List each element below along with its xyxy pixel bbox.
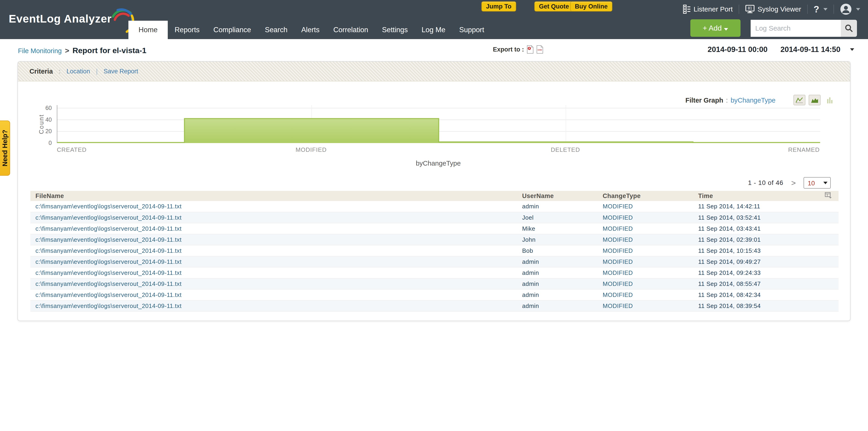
pagination-range: 1 - 10 of 46 bbox=[748, 179, 783, 187]
cell-options bbox=[820, 256, 839, 267]
breadcrumb-bar: File Monitoring > Report for el-vista-1 … bbox=[0, 39, 868, 61]
get-quote-button[interactable]: Get Quote bbox=[534, 1, 574, 11]
cell-file[interactable]: c:\fimsanyam\eventlog\logs\serverout_201… bbox=[30, 267, 517, 278]
line-chart-icon[interactable] bbox=[794, 95, 805, 105]
nav-tab-reports[interactable]: Reports bbox=[168, 21, 207, 39]
svg-text:CSV: CSV bbox=[538, 49, 542, 51]
table-row[interactable]: c:\fimsanyam\eventlog\logs\serverout_201… bbox=[30, 256, 839, 267]
logo-text: EventLog Analyzer bbox=[9, 12, 112, 25]
cell-file[interactable]: c:\fimsanyam\eventlog\logs\serverout_201… bbox=[30, 234, 517, 245]
cell-change: MODIFIED bbox=[598, 278, 693, 289]
date-range-end: 2014-09-11 14:50 bbox=[780, 45, 840, 54]
column-header-username[interactable]: UserName bbox=[517, 191, 598, 201]
breadcrumb-section-link[interactable]: File Monitoring bbox=[18, 47, 62, 55]
table-row[interactable]: c:\fimsanyam\eventlog\logs\serverout_201… bbox=[30, 300, 839, 311]
chart-y-ticks: 0204060 bbox=[41, 105, 54, 142]
criteria-title: Criteria bbox=[29, 68, 53, 75]
table-row[interactable]: c:\fimsanyam\eventlog\logs\serverout_201… bbox=[30, 278, 839, 289]
cell-file[interactable]: c:\fimsanyam\eventlog\logs\serverout_201… bbox=[30, 300, 517, 311]
listener-port-button[interactable]: Listener Port bbox=[683, 5, 733, 14]
nav-tab-alerts[interactable]: Alerts bbox=[294, 21, 326, 39]
help-menu-button[interactable]: ? bbox=[814, 4, 828, 14]
column-header-filename[interactable]: FileName bbox=[30, 191, 517, 201]
cell-user: admin bbox=[517, 267, 598, 278]
nav-tab-compliance[interactable]: Compliance bbox=[207, 21, 258, 39]
breadcrumb: File Monitoring > Report for el-vista-1 bbox=[18, 46, 146, 55]
search-button[interactable] bbox=[841, 20, 857, 37]
account-menu-button[interactable] bbox=[840, 3, 860, 15]
cell-change: MODIFIED bbox=[598, 300, 693, 311]
export-label: Export to : bbox=[493, 46, 524, 53]
log-search-input[interactable] bbox=[751, 20, 841, 37]
column-header-time[interactable]: Time bbox=[693, 191, 820, 201]
csv-export-icon[interactable]: CSV bbox=[536, 45, 543, 54]
cell-file[interactable]: c:\fimsanyam\eventlog\logs\serverout_201… bbox=[30, 212, 517, 223]
filter-graph-value[interactable]: byChangeType bbox=[731, 97, 775, 104]
cell-options bbox=[820, 267, 839, 278]
cell-file[interactable]: c:\fimsanyam\eventlog\logs\serverout_201… bbox=[30, 245, 517, 256]
area-chart-icon[interactable] bbox=[809, 95, 820, 105]
divider bbox=[739, 5, 739, 14]
cell-file[interactable]: c:\fimsanyam\eventlog\logs\serverout_201… bbox=[30, 201, 517, 212]
nav-tab-search[interactable]: Search bbox=[258, 21, 294, 39]
nav-tab-log-me[interactable]: Log Me bbox=[415, 21, 452, 39]
add-button[interactable]: + Add bbox=[690, 19, 741, 37]
app-header: EventLog Analyzer Jump To Get Quote Buy … bbox=[0, 0, 868, 39]
table-row[interactable]: c:\fimsanyam\eventlog\logs\serverout_201… bbox=[30, 223, 839, 234]
column-chooser-icon bbox=[825, 192, 832, 198]
pdf-export-icon[interactable] bbox=[527, 45, 534, 54]
table-row[interactable]: c:\fimsanyam\eventlog\logs\serverout_201… bbox=[30, 267, 839, 278]
cell-file[interactable]: c:\fimsanyam\eventlog\logs\serverout_201… bbox=[30, 223, 517, 234]
bar-chart-icon[interactable] bbox=[824, 95, 836, 105]
syslog-viewer-button[interactable]: 01 Syslog Viewer bbox=[745, 4, 801, 14]
nav-tab-home[interactable]: Home bbox=[128, 21, 168, 39]
cell-time: 11 Sep 2014, 09:49:27 bbox=[693, 256, 820, 267]
export-bar: Export to : CSV bbox=[493, 45, 543, 54]
table-row[interactable]: c:\fimsanyam\eventlog\logs\serverout_201… bbox=[30, 212, 839, 223]
table-row[interactable]: c:\fimsanyam\eventlog\logs\serverout_201… bbox=[30, 245, 839, 256]
table-row[interactable]: c:\fimsanyam\eventlog\logs\serverout_201… bbox=[30, 289, 839, 300]
cell-user: Mike bbox=[517, 223, 598, 234]
page-size-select[interactable]: 10 bbox=[804, 177, 831, 189]
buy-online-button[interactable]: Buy Online bbox=[570, 1, 612, 11]
date-range-picker[interactable]: 2014-09-11 00:00 2014-09-11 14:50 bbox=[708, 45, 854, 54]
need-help-tab[interactable]: Need Help? bbox=[0, 121, 10, 176]
table-row[interactable]: c:\fimsanyam\eventlog\logs\serverout_201… bbox=[30, 201, 839, 212]
divider: | bbox=[96, 68, 98, 75]
chevron-down-icon bbox=[824, 8, 828, 10]
jump-to-button[interactable]: Jump To bbox=[482, 1, 516, 11]
next-page-button[interactable]: > bbox=[791, 178, 796, 188]
nav-tab-correlation[interactable]: Correlation bbox=[326, 21, 375, 39]
chevron-down-icon bbox=[856, 8, 860, 10]
syslog-viewer-icon: 01 bbox=[745, 4, 755, 14]
y-tick-label: 0 bbox=[41, 140, 52, 146]
search-icon bbox=[844, 24, 853, 33]
user-avatar-icon bbox=[840, 3, 852, 15]
nav-tab-settings[interactable]: Settings bbox=[375, 21, 415, 39]
area-chart bbox=[57, 105, 820, 143]
criteria-location-link[interactable]: Location bbox=[66, 68, 90, 75]
column-header-changetype[interactable]: ChangeType bbox=[598, 191, 693, 201]
main-navigation: HomeReportsComplianceSearchAlertsCorrela… bbox=[128, 21, 491, 39]
cell-file[interactable]: c:\fimsanyam\eventlog\logs\serverout_201… bbox=[30, 256, 517, 267]
column-header-options[interactable] bbox=[820, 191, 839, 201]
criteria-bar: Criteria : Location | Save Report bbox=[18, 62, 850, 81]
cell-change: MODIFIED bbox=[598, 234, 693, 245]
header-utility-bar: Listener Port 01 Syslog Viewer ? bbox=[683, 3, 860, 15]
table-row[interactable]: c:\fimsanyam\eventlog\logs\serverout_201… bbox=[30, 234, 839, 245]
cell-user: Bob bbox=[517, 245, 598, 256]
y-tick-label: 60 bbox=[41, 105, 52, 111]
nav-tab-support[interactable]: Support bbox=[452, 21, 491, 39]
chart-plot-area: 0204060 bbox=[57, 105, 820, 143]
save-report-link[interactable]: Save Report bbox=[103, 68, 138, 75]
cell-change: MODIFIED bbox=[598, 267, 693, 278]
cell-options bbox=[820, 289, 839, 300]
cell-user: John bbox=[517, 234, 598, 245]
cell-time: 11 Sep 2014, 09:24:33 bbox=[693, 267, 820, 278]
chevron-down-icon bbox=[850, 48, 854, 51]
chart-x-labels: CREATEDMODIFIEDDELETEDRENAMED bbox=[57, 146, 820, 154]
cell-file[interactable]: c:\fimsanyam\eventlog\logs\serverout_201… bbox=[30, 289, 517, 300]
cell-time: 11 Sep 2014, 14:42:11 bbox=[693, 201, 820, 212]
y-tick-label: 40 bbox=[41, 117, 52, 123]
cell-file[interactable]: c:\fimsanyam\eventlog\logs\serverout_201… bbox=[30, 278, 517, 289]
